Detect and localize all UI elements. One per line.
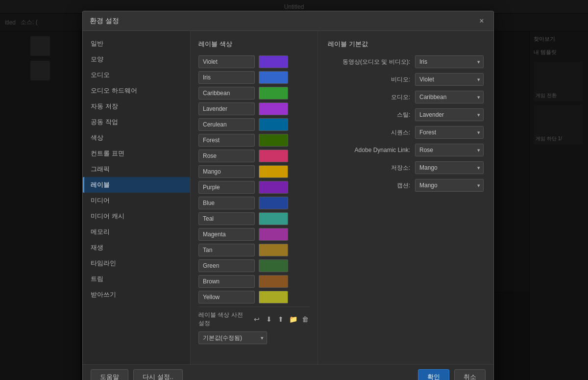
color-swatch-3[interactable] — [259, 102, 288, 115]
reset-button[interactable]: 다시 설정.. — [133, 369, 183, 380]
color-swatch-5[interactable] — [259, 134, 288, 147]
default-select-wrapper-5: VioletIrisCaribbeanLavenderCeruleanFores… — [415, 144, 484, 156]
color-swatch-9[interactable] — [259, 197, 288, 209]
default-select-2[interactable]: VioletIrisCaribbeanLavenderCeruleanFores… — [415, 91, 484, 103]
preset-select[interactable]: 기본값(수정됨)기본값 — [198, 331, 267, 344]
default-row-6: 저장소:VioletIrisCaribbeanLavenderCeruleanF… — [328, 161, 484, 174]
color-label-input-2[interactable] — [198, 87, 255, 100]
color-row-4 — [198, 118, 310, 131]
color-row-2 — [198, 87, 310, 100]
color-swatch-2[interactable] — [259, 87, 288, 100]
default-select-wrapper-4: VioletIrisCaribbeanLavenderCeruleanFores… — [415, 126, 484, 139]
label-defaults-heading: 레이블 기본값 — [328, 40, 484, 49]
color-label-input-10[interactable] — [198, 212, 255, 225]
folder-button[interactable]: 📁 — [289, 314, 298, 325]
color-swatch-7[interactable] — [259, 165, 288, 178]
default-label-3: 스틸: — [346, 111, 410, 119]
color-swatch-10[interactable] — [259, 212, 288, 225]
color-row-6 — [198, 150, 310, 162]
color-label-input-4[interactable] — [198, 118, 255, 131]
preset-label: 레이블 색상 사전 설정 — [198, 311, 247, 328]
color-swatch-11[interactable] — [259, 228, 288, 241]
default-row-7: 캡션:VioletIrisCaribbeanLavenderCeruleanFo… — [328, 179, 484, 192]
color-swatch-4[interactable] — [259, 118, 288, 131]
dialog-titlebar: 환경 설정 × — [83, 11, 493, 31]
sidebar-item-color[interactable]: 색상 — [83, 130, 190, 146]
sidebar-item-media[interactable]: 미디어 — [83, 193, 190, 208]
color-label-input-1[interactable] — [198, 71, 255, 84]
color-label-input-0[interactable] — [198, 55, 255, 68]
sidebar-item-media_cache[interactable]: 미디어 캐시 — [83, 208, 190, 224]
download-button[interactable]: ⬇ — [265, 314, 274, 325]
sidebar-item-labels[interactable]: 레이블 — [83, 177, 190, 193]
color-row-11 — [198, 228, 310, 241]
color-swatch-6[interactable] — [259, 150, 288, 162]
dialog-close-button[interactable]: × — [477, 16, 487, 26]
color-row-9 — [198, 197, 310, 209]
undo-button[interactable]: ↩ — [252, 314, 262, 325]
color-swatch-0[interactable] — [259, 55, 288, 68]
color-label-input-12[interactable] — [198, 244, 255, 256]
sidebar-item-transcription[interactable]: 받아쓰기 — [83, 287, 190, 303]
defaults-rows-container: 동영상(오디오 및 비디오):VioletIrisCaribbeanLavend… — [328, 55, 484, 192]
preset-select-wrapper: 기본값(수정됨)기본값 — [198, 331, 267, 344]
color-swatch-15[interactable] — [259, 291, 288, 304]
color-row-3 — [198, 102, 310, 115]
sidebar-item-general[interactable]: 일반 — [83, 36, 190, 51]
export-button[interactable]: ⬆ — [276, 314, 286, 325]
delete-button[interactable]: 🗑 — [300, 314, 310, 325]
default-select-wrapper-3: VioletIrisCaribbeanLavenderCeruleanFores… — [415, 108, 484, 121]
default-select-wrapper-0: VioletIrisCaribbeanLavenderCeruleanFores… — [415, 55, 484, 68]
color-swatch-1[interactable] — [259, 71, 288, 84]
color-row-1 — [198, 71, 310, 84]
sidebar-item-graphics[interactable]: 그래픽 — [83, 161, 190, 177]
default-label-1: 비디오: — [346, 76, 410, 84]
color-label-input-15[interactable] — [198, 291, 255, 304]
sidebar-item-playback[interactable]: 재생 — [83, 240, 190, 255]
color-swatch-14[interactable] — [259, 275, 288, 288]
sidebar-item-collaboration[interactable]: 공동 작업 — [83, 114, 190, 130]
color-label-input-11[interactable] — [198, 228, 255, 241]
sidebar-item-audio_hardware[interactable]: 오디오 하드웨어 — [83, 83, 190, 99]
sidebar-item-control_surface[interactable]: 컨트롤 표면 — [83, 146, 190, 161]
sidebar-item-auto_save[interactable]: 자동 저장 — [83, 99, 190, 114]
color-label-input-3[interactable] — [198, 102, 255, 115]
sidebar-item-appearance[interactable]: 모양 — [83, 51, 190, 67]
sidebar-item-trim[interactable]: 트림 — [83, 271, 190, 287]
color-label-input-5[interactable] — [198, 134, 255, 147]
color-swatch-8[interactable] — [259, 181, 288, 194]
color-row-15 — [198, 291, 310, 304]
sidebar-item-memory[interactable]: 메모리 — [83, 224, 190, 240]
default-select-4[interactable]: VioletIrisCaribbeanLavenderCeruleanFores… — [415, 126, 484, 139]
default-label-7: 캡션: — [346, 181, 410, 190]
default-select-7[interactable]: VioletIrisCaribbeanLavenderCeruleanFores… — [415, 179, 484, 192]
color-row-13 — [198, 259, 310, 272]
default-select-wrapper-2: VioletIrisCaribbeanLavenderCeruleanFores… — [415, 91, 484, 103]
label-preset-bar: 레이블 색상 사전 설정 ↩ ⬇ ⬆ 📁 🗑 — [198, 306, 310, 331]
sidebar-item-timeline[interactable]: 타임라인 — [83, 255, 190, 271]
sidebar-item-audio[interactable]: 오디오 — [83, 67, 190, 83]
default-select-3[interactable]: VioletIrisCaribbeanLavenderCeruleanFores… — [415, 108, 484, 121]
color-row-8 — [198, 181, 310, 194]
dialog-footer: 도움말 다시 설정.. 확인 취소 — [83, 364, 493, 380]
color-label-input-9[interactable] — [198, 197, 255, 209]
default-select-1[interactable]: VioletIrisCaribbeanLavenderCeruleanFores… — [415, 73, 484, 86]
default-select-wrapper-6: VioletIrisCaribbeanLavenderCeruleanFores… — [415, 161, 484, 174]
color-label-input-13[interactable] — [198, 259, 255, 272]
ok-button[interactable]: 확인 — [418, 369, 449, 380]
default-select-6[interactable]: VioletIrisCaribbeanLavenderCeruleanFores… — [415, 161, 484, 174]
default-select-5[interactable]: VioletIrisCaribbeanLavenderCeruleanFores… — [415, 144, 484, 156]
color-label-input-7[interactable] — [198, 165, 255, 178]
default-label-0: 동영상(오디오 및 비디오): — [343, 58, 410, 66]
cancel-button[interactable]: 취소 — [454, 369, 486, 380]
help-button[interactable]: 도움말 — [91, 369, 128, 380]
color-label-input-6[interactable] — [198, 150, 255, 162]
color-swatch-13[interactable] — [259, 259, 288, 272]
color-rows-container — [198, 55, 310, 304]
default-select-0[interactable]: VioletIrisCaribbeanLavenderCeruleanFores… — [415, 55, 484, 68]
color-label-input-14[interactable] — [198, 275, 255, 288]
default-row-3: 스틸:VioletIrisCaribbeanLavenderCeruleanFo… — [328, 108, 484, 121]
label-colors-heading: 레이블 색상 — [198, 40, 310, 49]
color-swatch-12[interactable] — [259, 244, 288, 256]
color-label-input-8[interactable] — [198, 181, 255, 194]
